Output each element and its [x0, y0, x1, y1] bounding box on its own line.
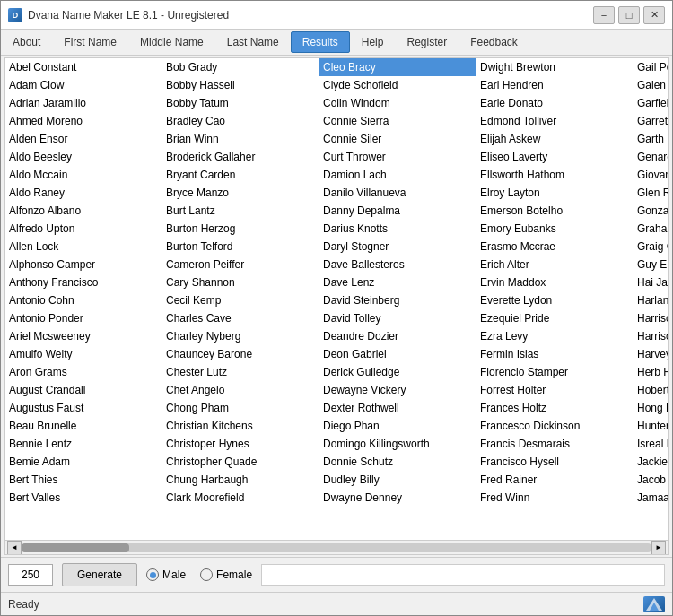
list-item[interactable]: Burton Telford	[162, 238, 319, 256]
list-item[interactable]: Domingo Killingsworth	[319, 435, 476, 453]
list-item[interactable]: Chong Pham	[162, 399, 319, 417]
list-item[interactable]: Christopher Quade	[162, 453, 319, 471]
list-item[interactable]: Clyde Schofield	[319, 76, 476, 94]
list-item[interactable]: Connie Sierra	[319, 112, 476, 130]
male-radio-label[interactable]: Male	[146, 568, 186, 581]
list-item[interactable]: Burton Herzog	[162, 220, 319, 238]
menu-item-results[interactable]: Results	[291, 31, 350, 53]
list-item[interactable]: Burt Lantz	[162, 202, 319, 220]
list-item[interactable]: Cecil Kemp	[162, 291, 319, 309]
list-item[interactable]: Aldo Raney	[5, 184, 162, 202]
list-item[interactable]: Deandre Dozier	[319, 327, 476, 345]
list-item[interactable]: Dudley Billy	[319, 471, 476, 489]
list-item[interactable]: Hunter	[634, 417, 669, 435]
list-item[interactable]: Ezra Levy	[476, 327, 634, 345]
list-item[interactable]: Danilo Villanueva	[319, 184, 476, 202]
list-item[interactable]: Clark Moorefield	[162, 489, 319, 507]
list-item[interactable]: Chester Lutz	[162, 363, 319, 381]
list-item[interactable]: Chauncey Barone	[162, 345, 319, 363]
list-item[interactable]: Bobby Tatum	[162, 94, 319, 112]
menu-item-about[interactable]: About	[1, 31, 52, 53]
list-item[interactable]: Fred Winn	[476, 489, 634, 507]
list-item[interactable]: Curt Thrower	[319, 148, 476, 166]
list-item[interactable]: Emory Eubanks	[476, 220, 634, 238]
list-item[interactable]: Glen R	[634, 184, 669, 202]
list-item[interactable]: Guy Er	[634, 256, 669, 273]
list-item[interactable]: Dexter Rothwell	[319, 399, 476, 417]
female-radio-label[interactable]: Female	[200, 568, 252, 581]
list-item[interactable]: Bemie Adam	[5, 453, 162, 471]
list-item[interactable]: Colin Windom	[319, 94, 476, 112]
list-item[interactable]: Francis Desmarais	[476, 435, 634, 453]
list-item[interactable]: Beau Brunelle	[5, 417, 162, 435]
list-item[interactable]: Elijah Askew	[476, 130, 634, 148]
list-item[interactable]: Antonio Cohn	[5, 291, 162, 309]
list-item[interactable]: Dwayne Denney	[319, 489, 476, 507]
list-item[interactable]: Jamaal	[634, 489, 669, 507]
list-item[interactable]: David Tolley	[319, 309, 476, 327]
list-item[interactable]: Bert Thies	[5, 471, 162, 489]
list-item[interactable]: Connie Siler	[319, 130, 476, 148]
list-item[interactable]: Everette Lydon	[476, 291, 634, 309]
list-item[interactable]: Alphonso Camper	[5, 256, 162, 273]
list-item[interactable]: Danny Depalma	[319, 202, 476, 220]
list-item[interactable]: Deon Gabriel	[319, 345, 476, 363]
maximize-button[interactable]: □	[618, 6, 640, 24]
list-item[interactable]: Damion Lach	[319, 166, 476, 184]
list-item[interactable]: Dwight Brewton	[476, 58, 634, 76]
list-item[interactable]: Harriso	[634, 309, 669, 327]
list-item[interactable]: Charles Cave	[162, 309, 319, 327]
list-item[interactable]: Jackie	[634, 453, 669, 471]
scroll-right-arrow[interactable]: ►	[651, 541, 666, 555]
list-item[interactable]: Chung Harbaugh	[162, 471, 319, 489]
list-item[interactable]: Daryl Stogner	[319, 238, 476, 256]
list-item[interactable]: Fermin Islas	[476, 345, 634, 363]
scroll-thumb[interactable]	[22, 543, 129, 552]
list-item[interactable]: Ariel Mcsweeney	[5, 327, 162, 345]
list-item[interactable]: Ezequiel Pride	[476, 309, 634, 327]
male-radio[interactable]	[146, 568, 159, 581]
list-item[interactable]: Aron Grams	[5, 363, 162, 381]
list-item[interactable]: Anthony Francisco	[5, 273, 162, 291]
close-button[interactable]: ✕	[643, 6, 665, 24]
menu-item-middle-name[interactable]: Middle Name	[128, 31, 215, 53]
list-item[interactable]: Graham	[634, 220, 669, 238]
menu-item-register[interactable]: Register	[395, 31, 459, 53]
list-item[interactable]: Ellsworth Hathom	[476, 166, 634, 184]
list-item[interactable]: Edmond Tolliver	[476, 112, 634, 130]
list-item[interactable]: Galen I	[634, 76, 669, 94]
list-item[interactable]: Erasmo Mccrae	[476, 238, 634, 256]
list-item[interactable]: Abel Constant	[5, 58, 162, 76]
list-item[interactable]: Bert Valles	[5, 489, 162, 507]
list-item[interactable]: Harriso	[634, 327, 669, 345]
list-item[interactable]: Amulfo Welty	[5, 345, 162, 363]
count-input[interactable]	[8, 564, 53, 586]
list-item[interactable]: Elroy Layton	[476, 184, 634, 202]
list-item[interactable]: Fred Rainer	[476, 471, 634, 489]
list-item[interactable]: Derick Gulledge	[319, 363, 476, 381]
list-item[interactable]: Francesco Dickinson	[476, 417, 634, 435]
list-item[interactable]: Earle Donato	[476, 94, 634, 112]
list-item[interactable]: Hong K	[634, 399, 669, 417]
menu-item-feedback[interactable]: Feedback	[459, 31, 529, 53]
list-item[interactable]: Bryant Carden	[162, 166, 319, 184]
list-item[interactable]: Herb H	[634, 363, 669, 381]
list-item[interactable]: Hobert	[634, 381, 669, 399]
output-field[interactable]	[261, 564, 665, 586]
list-item[interactable]: Adam Clow	[5, 76, 162, 94]
list-item[interactable]: Diego Phan	[319, 417, 476, 435]
list-item[interactable]: August Crandall	[5, 381, 162, 399]
list-item[interactable]: Dave Lenz	[319, 273, 476, 291]
list-item[interactable]: Gail Pe	[634, 58, 669, 76]
list-item[interactable]: Chet Angelo	[162, 381, 319, 399]
list-item[interactable]: Christoper Hynes	[162, 435, 319, 453]
list-item[interactable]: Bryce Manzo	[162, 184, 319, 202]
list-item[interactable]: Giovan	[634, 166, 669, 184]
menu-item-help[interactable]: Help	[350, 31, 396, 53]
list-item[interactable]: Cameron Peiffer	[162, 256, 319, 273]
list-item[interactable]: Garth B	[634, 130, 669, 148]
female-radio[interactable]	[200, 568, 213, 581]
list-item[interactable]: Harlan	[634, 291, 669, 309]
list-item[interactable]: Garrett	[634, 112, 669, 130]
list-item[interactable]: Graig C	[634, 238, 669, 256]
